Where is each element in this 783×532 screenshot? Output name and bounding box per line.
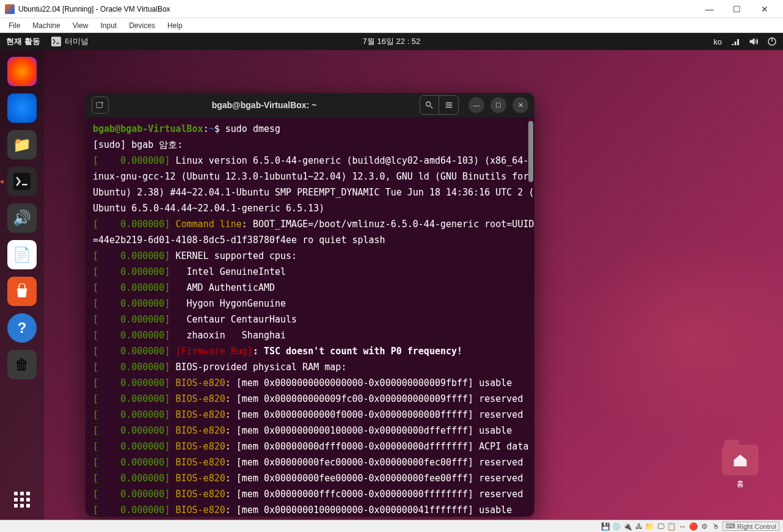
menu-help[interactable]: Help xyxy=(162,20,188,31)
menu-machine[interactable]: Machine xyxy=(27,20,65,31)
virtualbox-icon xyxy=(5,4,15,14)
dmesg-line: Ubuntu) 2.38) #44~22.04.1-Ubuntu SMP PRE… xyxy=(93,184,527,200)
dmesg-line: [ 0.000000] BIOS-e820: [mem 0x0000000000… xyxy=(93,391,527,407)
dmesg-line: [ 0.000000] BIOS-e820: [mem 0x0000000100… xyxy=(93,502,527,517)
dock-firefox[interactable] xyxy=(5,55,38,88)
terminal-icon xyxy=(51,37,61,46)
dock-libreoffice[interactable]: 📄 xyxy=(5,238,38,271)
dmesg-line: [ 0.000000] Linux version 6.5.0-44-gener… xyxy=(93,153,527,169)
firefox-icon xyxy=(7,57,37,86)
terminal-scrollbar[interactable] xyxy=(528,121,533,182)
terminal-window: bgab@bgab-VirtualBox: ~ — ☐ ✕ bgab@bgab-… xyxy=(86,93,534,517)
volume-icon[interactable] xyxy=(749,37,759,46)
dmesg-line: [ 0.000000] BIOS-e820: [mem 0x0000000000… xyxy=(93,423,527,439)
close-button[interactable]: ✕ xyxy=(751,0,778,18)
current-app-name: 터미널 xyxy=(65,36,89,47)
speaker-icon: 🔊 xyxy=(7,203,37,233)
status-cpu-icon[interactable]: ⚙ xyxy=(701,522,709,531)
dmesg-line: [ 0.000000] AMD AuthenticAMD xyxy=(93,280,527,296)
status-mouse-icon[interactable]: 🖱 xyxy=(712,522,720,531)
dmesg-line: [ 0.000000] [Firmware Bug]: TSC doesn't … xyxy=(93,343,527,359)
dock-software[interactable] xyxy=(5,275,38,308)
desktop-home-folder[interactable]: 홈 xyxy=(722,445,759,489)
virtualbox-title: Ubuntu22.04 [Running] - Oracle VM Virtua… xyxy=(18,5,696,13)
new-tab-button[interactable] xyxy=(92,97,109,114)
maximize-button[interactable]: ☐ xyxy=(723,0,751,18)
dmesg-line: [ 0.000000] BIOS-e820: [mem 0x0000000000… xyxy=(93,407,527,423)
power-icon[interactable] xyxy=(767,37,777,46)
svg-rect-2 xyxy=(13,173,31,190)
svg-rect-0 xyxy=(51,37,61,46)
gnome-topbar: 현재 활동 터미널 7월 16일 22 : 52 ko xyxy=(0,33,783,50)
dock-help[interactable]: ? xyxy=(5,312,38,344)
dock-terminal[interactable] xyxy=(5,165,38,198)
virtualbox-window: Ubuntu22.04 [Running] - Oracle VM Virtua… xyxy=(0,0,783,532)
terminal-search-button[interactable] xyxy=(420,95,439,115)
current-app-indicator[interactable]: 터미널 xyxy=(51,36,89,47)
dmesg-line: [ 0.000000] BIOS-e820: [mem 0x00000000fe… xyxy=(93,454,527,470)
dmesg-line: [ 0.000000] BIOS-e820: [mem 0x0000000000… xyxy=(93,375,527,391)
virtualbox-titlebar[interactable]: Ubuntu22.04 [Running] - Oracle VM Virtua… xyxy=(0,0,783,18)
host-key-indicator[interactable]: ⌨ Right Control xyxy=(723,522,779,531)
new-tab-icon xyxy=(96,101,104,109)
thunderbird-icon xyxy=(7,93,37,123)
status-drag-icon[interactable]: ↔ xyxy=(679,522,687,531)
menu-input[interactable]: Input xyxy=(96,20,122,31)
dmesg-line: Ubuntu 6.5.0-44.44~22.04.1-generic 6.5.1… xyxy=(93,200,527,216)
input-language-indicator[interactable]: ko xyxy=(713,37,722,46)
dmesg-line: [ 0.000000] Centaur CentaurHauls xyxy=(93,312,527,327)
ubuntu-desktop: 현재 활동 터미널 7월 16일 22 : 52 ko 📁 🔊 📄 xyxy=(0,33,783,520)
status-recording-icon[interactable]: 🔴 xyxy=(690,522,698,531)
question-icon: ? xyxy=(7,313,37,343)
virtualbox-menubar: File Machine View Input Devices Help xyxy=(0,18,783,33)
dock: 📁 🔊 📄 ? 🗑 xyxy=(0,50,44,520)
terminal-content[interactable]: bgab@bgab-VirtualBox:~$ sudo dmesg [sudo… xyxy=(86,117,534,517)
dock-thunderbird[interactable] xyxy=(5,92,38,125)
svg-point-4 xyxy=(426,102,431,106)
minimize-button[interactable]: — xyxy=(696,0,723,18)
dmesg-line: [ 0.000000] Intel GenuineIntel xyxy=(93,264,527,280)
terminal-icon xyxy=(7,167,37,196)
status-display-icon[interactable]: 🖵 xyxy=(657,522,665,531)
terminal-title: bgab@bgab-VirtualBox: ~ xyxy=(114,100,415,110)
terminal-close-button[interactable]: ✕ xyxy=(512,97,528,113)
status-clipboard-icon[interactable]: 📋 xyxy=(668,522,676,531)
status-network-icon[interactable]: 🖧 xyxy=(635,522,643,531)
dmesg-line: [ 0.000000] Command line: BOOT_IMAGE=/bo… xyxy=(93,216,527,232)
window-controls: — ☐ ✕ xyxy=(696,0,778,18)
dmesg-line: [ 0.000000] KERNEL supported cpus: xyxy=(93,248,527,264)
clock[interactable]: 7월 16일 22 : 52 xyxy=(363,36,421,47)
dmesg-line: [ 0.000000] Hygon HygonGenuine xyxy=(93,296,527,312)
terminal-menu-button[interactable] xyxy=(439,95,459,115)
terminal-maximize-button[interactable]: ☐ xyxy=(490,97,506,113)
terminal-prompt-line: bgab@bgab-VirtualBox:~$ sudo dmesg xyxy=(93,121,527,137)
dock-rhythmbox[interactable]: 🔊 xyxy=(5,202,38,235)
status-cd-icon[interactable]: 💿 xyxy=(613,522,621,531)
dock-files[interactable]: 📁 xyxy=(5,128,38,161)
terminal-minimize-button[interactable]: — xyxy=(468,97,484,113)
status-hdd-icon[interactable]: 💾 xyxy=(602,522,610,531)
network-icon[interactable] xyxy=(730,37,740,46)
sudo-prompt: [sudo] bgab 암호: xyxy=(93,137,527,153)
show-applications-button[interactable] xyxy=(5,481,38,514)
activities-button[interactable]: 현재 활동 xyxy=(6,36,40,47)
dmesg-line: [ 0.000000] BIOS-provided physical RAM m… xyxy=(93,359,527,375)
home-folder-icon xyxy=(722,445,759,475)
terminal-titlebar[interactable]: bgab@bgab-VirtualBox: ~ — ☐ ✕ xyxy=(86,93,534,117)
dock-trash[interactable]: 🗑 xyxy=(5,348,38,381)
dmesg-line: [ 0.000000] BIOS-e820: [mem 0x00000000df… xyxy=(93,439,527,454)
status-usb-icon[interactable]: 🔌 xyxy=(624,522,632,531)
menu-view[interactable]: View xyxy=(68,20,93,31)
dmesg-line: [ 0.000000] BIOS-e820: [mem 0x00000000fe… xyxy=(93,470,527,486)
search-icon xyxy=(425,101,434,109)
hamburger-icon xyxy=(445,101,453,109)
status-shared-icon[interactable]: 📁 xyxy=(646,522,654,531)
home-folder-label: 홈 xyxy=(722,479,759,489)
dmesg-line: inux-gnu-gcc-12 (Ubuntu 12.3.0-1ubuntu1~… xyxy=(93,169,527,184)
menu-devices[interactable]: Devices xyxy=(124,20,160,31)
dmesg-line: [ 0.000000] zhaoxin Shanghai xyxy=(93,327,527,343)
files-icon: 📁 xyxy=(7,130,37,159)
menu-file[interactable]: File xyxy=(4,20,25,31)
dmesg-line: [ 0.000000] BIOS-e820: [mem 0x00000000ff… xyxy=(93,486,527,502)
document-icon: 📄 xyxy=(7,240,37,269)
